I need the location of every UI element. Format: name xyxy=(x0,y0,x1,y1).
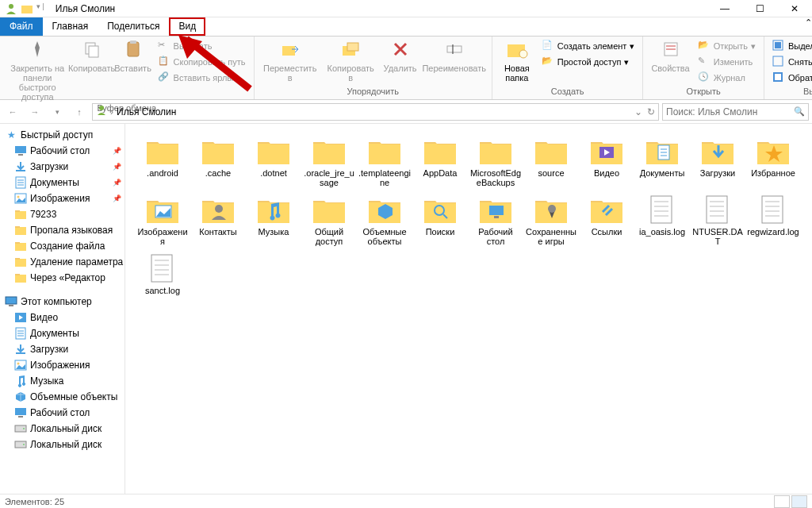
copy-button[interactable]: Копировать xyxy=(72,38,112,75)
sidebar-item[interactable]: Загрузки📌 xyxy=(0,159,124,175)
recent-button[interactable]: ▾ xyxy=(48,102,67,121)
folder-item[interactable]: Объемные объекты xyxy=(357,192,412,248)
history-button[interactable]: 🕓Журнал xyxy=(695,70,759,86)
desktop-icon xyxy=(14,144,27,157)
folder-item[interactable]: Сохраненные игры xyxy=(523,192,579,248)
view-icons-button[interactable] xyxy=(791,495,807,508)
sidebar-item[interactable]: Удаление параметра xyxy=(0,254,124,270)
copy-to-button[interactable]: Копировать в xyxy=(323,38,379,84)
sidebar-item[interactable]: Через «Редактор xyxy=(0,270,124,286)
delete-button[interactable]: Удалить xyxy=(381,38,420,75)
folder-icon xyxy=(14,256,27,268)
folder-item[interactable]: AppData xyxy=(412,133,468,189)
sidebar-item[interactable]: Музыка xyxy=(0,373,124,389)
invert-selection-button[interactable]: Обратить выделение xyxy=(769,70,812,86)
sidebar-item[interactable]: Локальный диск xyxy=(0,421,124,437)
select-all-button[interactable]: Выделить все xyxy=(769,38,812,54)
search-input[interactable] xyxy=(666,106,794,117)
back-button[interactable]: ← xyxy=(3,102,22,121)
sidebar-item[interactable]: Создание файла xyxy=(0,238,124,254)
sidebar-item[interactable]: Объемные объекты xyxy=(0,389,124,405)
folder-icon xyxy=(532,135,570,168)
svg-point-24 xyxy=(99,106,104,110)
folder-qat-icon[interactable] xyxy=(21,2,33,15)
folder-item[interactable]: Рабочий стол xyxy=(468,192,523,248)
folder-item[interactable]: .android xyxy=(135,133,190,189)
sidebar-item[interactable]: Пропала языковая xyxy=(0,222,124,238)
pin-to-quick-access-button[interactable]: Закрепить на панели быстрого доступа xyxy=(5,38,71,103)
svg-rect-38 xyxy=(15,258,20,260)
refresh-icon[interactable]: ↻ xyxy=(647,106,655,117)
breadcrumb-text[interactable]: Илья Смолин xyxy=(117,106,176,117)
sidebar-item[interactable]: Документы📌 xyxy=(0,175,124,190)
file-item[interactable]: regwizard.log xyxy=(745,192,801,248)
open-button[interactable]: 📂Открыть ▾ xyxy=(695,38,759,54)
folder-item[interactable]: source xyxy=(523,133,579,189)
folder-item[interactable]: Изображения xyxy=(135,192,190,248)
paste-button[interactable]: Вставить xyxy=(113,38,153,75)
tab-view[interactable]: Вид xyxy=(169,17,205,36)
svg-rect-39 xyxy=(15,275,26,283)
cut-button[interactable]: ✂Вырезать xyxy=(155,38,249,54)
3d-icon xyxy=(366,194,404,227)
view-details-button[interactable] xyxy=(774,495,790,508)
content-area[interactable]: .android.cache.dotnet.oracle_jre_usage.t… xyxy=(125,124,812,494)
svg-rect-9 xyxy=(128,42,139,56)
sidebar-item[interactable]: Изображения xyxy=(0,357,124,373)
folder-item[interactable]: Поиски xyxy=(412,192,468,248)
folder-item[interactable]: Документы xyxy=(634,133,690,189)
search-box[interactable]: 🔍 xyxy=(662,103,809,121)
breadcrumb[interactable]: › Илья Смолин ⌄ ↻ xyxy=(92,103,659,121)
qat-dropdown-icon[interactable]: ▾ | xyxy=(36,2,44,15)
folder-item[interactable]: .templateengine xyxy=(357,133,412,189)
folder-item[interactable]: .cache xyxy=(190,133,246,189)
sidebar-item[interactable]: Видео xyxy=(0,310,124,325)
sidebar-this-pc[interactable]: Этот компьютер xyxy=(0,294,124,310)
folder-item[interactable]: Общий доступ xyxy=(301,192,357,248)
tab-file[interactable]: Файл xyxy=(0,17,43,36)
folder-item[interactable]: Видео xyxy=(579,133,634,189)
sidebar-item[interactable]: 79233 xyxy=(0,206,124,222)
move-to-button[interactable]: Переместить в xyxy=(259,38,321,84)
sidebar-item[interactable]: Рабочий стол📌 xyxy=(0,143,124,159)
maximize-button[interactable]: ☐ xyxy=(742,0,777,17)
folder-item[interactable]: Загрузки xyxy=(690,133,745,189)
up-button[interactable]: ↑ xyxy=(70,102,89,121)
folder-item[interactable]: MicrosoftEdgeBackups xyxy=(468,133,523,189)
close-button[interactable]: ✕ xyxy=(777,0,812,17)
folder-item[interactable]: Ссылки xyxy=(579,192,634,248)
file-item[interactable]: ia_oasis.log xyxy=(634,192,690,248)
sidebar-quick-access[interactable]: ★ Быстрый доступ xyxy=(0,127,124,143)
new-folder-button[interactable]: Новая папка xyxy=(497,38,537,84)
new-item-button[interactable]: 📄Создать элемент ▾ xyxy=(538,38,638,54)
folder-item[interactable]: Музыка xyxy=(246,192,301,248)
file-item[interactable]: NTUSER.DAT xyxy=(690,192,745,248)
properties-button[interactable]: Свойства xyxy=(648,38,692,75)
tab-home[interactable]: Главная xyxy=(43,17,98,36)
sidebar-item[interactable]: Локальный диск xyxy=(0,437,124,452)
rename-button[interactable]: Переименовать xyxy=(422,38,487,75)
delete-icon xyxy=(389,40,412,62)
folder-item[interactable]: .dotnet xyxy=(246,133,301,189)
sidebar-item[interactable]: Рабочий стол xyxy=(0,405,124,421)
edit-button[interactable]: ✎Изменить xyxy=(695,54,759,70)
tab-share[interactable]: Поделиться xyxy=(98,17,169,36)
forward-button[interactable]: → xyxy=(25,102,44,121)
history-icon: 🕓 xyxy=(698,71,710,84)
ribbon-collapse-icon[interactable]: ⌃ xyxy=(805,17,812,36)
copy-path-button[interactable]: 📋Скопировать путь xyxy=(155,54,249,70)
minimize-button[interactable]: — xyxy=(707,0,742,17)
folder-item[interactable]: .oracle_jre_usage xyxy=(301,133,357,189)
select-none-button[interactable]: Снять выделение xyxy=(769,54,812,70)
breadcrumb-dropdown-icon[interactable]: ⌄ xyxy=(634,106,642,117)
easy-access-button[interactable]: 📂Простой доступ ▾ xyxy=(538,54,638,70)
sidebar-item[interactable]: Документы xyxy=(0,325,124,341)
folder-item[interactable]: Избранное xyxy=(745,133,801,189)
folder-item[interactable]: Контакты xyxy=(190,192,246,248)
paste-shortcut-button[interactable]: 🔗Вставить ярлык xyxy=(155,70,249,86)
sidebar-item[interactable]: Загрузки xyxy=(0,341,124,357)
sidebar-item[interactable]: Изображения📌 xyxy=(0,190,124,206)
file-item[interactable]: sanct.log xyxy=(135,251,190,297)
navigation-pane[interactable]: ★ Быстрый доступ Рабочий стол📌Загрузки📌Д… xyxy=(0,124,125,494)
svg-rect-21 xyxy=(773,56,783,66)
